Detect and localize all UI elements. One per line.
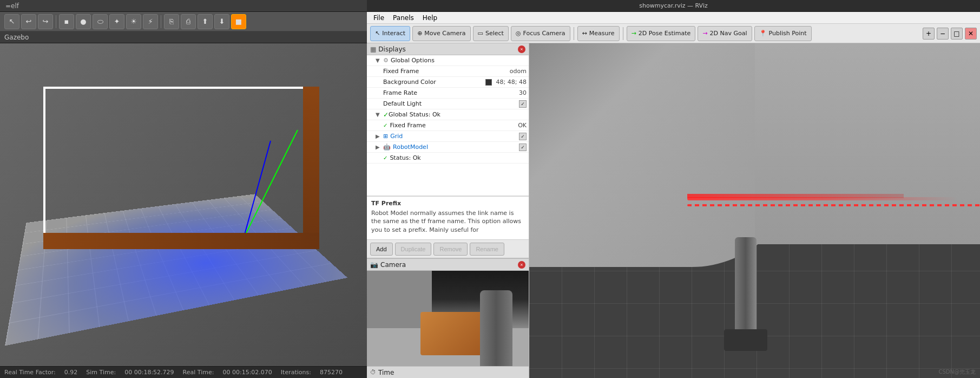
gz-sep-1 [56,15,56,28]
time-label: Time [378,369,394,376]
menu-help[interactable]: Help [418,13,442,23]
tree-frame-rate[interactable]: Frame Rate 30 [367,88,529,99]
gz-tool-down[interactable]: ⬇ [214,14,229,29]
robot-status-icon: ✓ [383,155,387,161]
displays-tree[interactable]: ▼ ⚙ Global Options Fixed Frame odom [367,55,529,195]
displays-title-left: ▦ Displays [370,45,406,53]
tool-focus-camera[interactable]: ◎ Focus Camera [511,26,570,41]
window-close-btn[interactable]: ✕ [965,28,977,40]
rviz-window-title: showmycar.rviz — RViz [639,2,707,9]
displays-titlebar: ▦ Displays × [367,43,529,55]
toolbar-sep-1 [574,27,574,40]
gz-tool-spotlight[interactable]: ⚡ [143,14,158,29]
focus-camera-label: Focus Camera [523,30,565,37]
interact-label: Interact [382,30,405,37]
iterations-label: Iterations: [281,369,311,376]
gazebo-menu-help[interactable]: =elf [2,1,22,11]
robot-model-icon: 🤖 [383,144,391,151]
gz-tool-sphere[interactable]: ● [76,14,91,29]
robot-model-check[interactable]: ✓ [519,144,527,151]
tool-measure[interactable]: ↔ Measure [577,26,620,41]
gz-tool-box[interactable]: ▪ [59,14,74,29]
time-panel: ⏱ Time [367,366,529,378]
robot-model-label: RobotModel [393,144,517,151]
global-options-arrow: ▼ [376,57,382,63]
rviz-panel: showmycar.rviz — RViz File Panels Help ↖… [367,0,980,378]
settings-icon: ⚙ [383,57,389,64]
menu-panels[interactable]: Panels [389,13,418,23]
gz-tool-undo[interactable]: ↩ [21,14,36,29]
tree-fixed-frame[interactable]: Fixed Frame odom [367,66,529,77]
camera-titlebar: 📷 Camera × [367,259,529,271]
gz-tool-pointlight[interactable]: ✦ [109,14,124,29]
tf-prefix-title: TF Prefix [371,200,524,207]
default-light-check[interactable]: ✓ [519,100,527,108]
real-time-label: Real Time: [183,369,214,376]
tool-interact[interactable]: ↖ Interact [370,26,410,41]
gz-sep-2 [161,15,161,28]
tool-nav-goal[interactable]: → 2D Nav Goal [698,26,752,41]
rename-button[interactable]: Rename [470,243,504,256]
grid-arrow: ▶ [376,133,382,139]
gz-tool-paste[interactable]: ⎙ [181,14,196,29]
tool-pose-estimate[interactable]: → 2D Pose Estimate [627,26,696,41]
rviz-3d-panel[interactable]: CSDN@兜玉龙 [529,43,980,378]
gazebo-statusbar: Real Time Factor: 0.92 Sim Time: 00 00:1… [0,366,367,378]
robot-status-label: Status: Ok [390,154,527,161]
tree-robot-model[interactable]: ▶ 🤖 RobotModel ✓ [367,142,529,153]
gz-tool-redo[interactable]: ↪ [38,14,53,29]
toolbar-sep-2 [623,27,623,40]
frame-rate-label: Frame Rate [383,89,517,96]
select-label: Select [485,30,504,37]
tree-fixed-frame-status[interactable]: ✓ Fixed Frame OK [367,120,529,131]
gz-tool-dirlight[interactable]: ☀ [126,14,141,29]
fixed-frame-status-label: Fixed Frame [390,122,516,129]
duplicate-button[interactable]: Duplicate [395,243,432,256]
gz-tool-copy[interactable]: ⎘ [164,14,179,29]
gazebo-panel: =elf ↖ ↩ ↪ ▪ ● ⬭ ✦ ☀ ⚡ ⎘ ⎙ ⬆ ⬇ ■ [0,0,367,378]
rviz-wall-right [755,43,981,244]
measure-icon: ↔ [582,30,587,37]
window-max-btn[interactable]: □ [951,28,963,40]
global-status-arrow: ▼ [376,112,382,118]
gz-tool-active[interactable]: ■ [231,14,246,29]
gazebo-menubar: =elf [0,0,367,12]
tool-publish-point[interactable]: 📍 Publish Point [754,26,812,41]
time-icon: ⏱ [370,369,376,376]
sim-time-label: Sim Time: [86,369,116,376]
tool-move-camera[interactable]: ⊕ Move Camera [412,26,470,41]
publish-point-label: Publish Point [769,30,807,37]
grid-label: Grid [390,133,517,140]
gazebo-icon-toolbar: ↖ ↩ ↪ ▪ ● ⬭ ✦ ☀ ⚡ ⎘ ⎙ ⬆ ⬇ ■ [0,12,367,31]
tree-default-light[interactable]: Default Light ✓ [367,99,529,109]
rviz-left-panels: ▦ Displays × ▼ ⚙ Global Options [367,43,529,378]
tree-grid[interactable]: ▶ ⊞ Grid ✓ [367,131,529,142]
real-time-factor-label: Real Time Factor: [4,369,56,376]
rviz-3d-viewport[interactable]: CSDN@兜玉龙 [529,43,980,378]
camera-close-btn[interactable]: × [518,261,525,269]
tree-robot-status[interactable]: ✓ Status: Ok [367,153,529,164]
tool-select[interactable]: ▭ Select [473,26,509,41]
window-add-btn[interactable]: + [923,28,935,40]
displays-buttons: Add Duplicate Remove Rename [367,239,529,258]
gz-tool-arrow2[interactable]: ⬆ [198,14,213,29]
grid-check[interactable]: ✓ [519,133,527,140]
displays-label: Displays [378,45,405,53]
add-button[interactable]: Add [370,243,393,256]
gz-tool-arrow[interactable]: ↖ [4,14,19,29]
displays-close-btn[interactable]: × [518,45,525,53]
menu-file[interactable]: File [369,13,389,23]
tree-background-color[interactable]: Background Color 48; 48; 48 [367,77,529,88]
tree-global-status[interactable]: ▼ ✓ Global Status: Ok [367,109,529,120]
camera-viewport[interactable] [367,271,529,366]
fixed-frame-status-value: OK [518,122,527,129]
move-camera-label: Move Camera [424,30,465,37]
gazebo-viewport[interactable] [0,43,367,366]
gz-tool-cylinder[interactable]: ⬭ [93,14,108,29]
fixed-frame-label: Fixed Frame [383,68,508,75]
tree-global-options[interactable]: ▼ ⚙ Global Options [367,55,529,66]
remove-button[interactable]: Remove [433,243,468,256]
fixed-frame-value: odom [510,68,527,75]
wall-right [303,87,319,249]
window-min-btn[interactable]: − [937,28,949,40]
